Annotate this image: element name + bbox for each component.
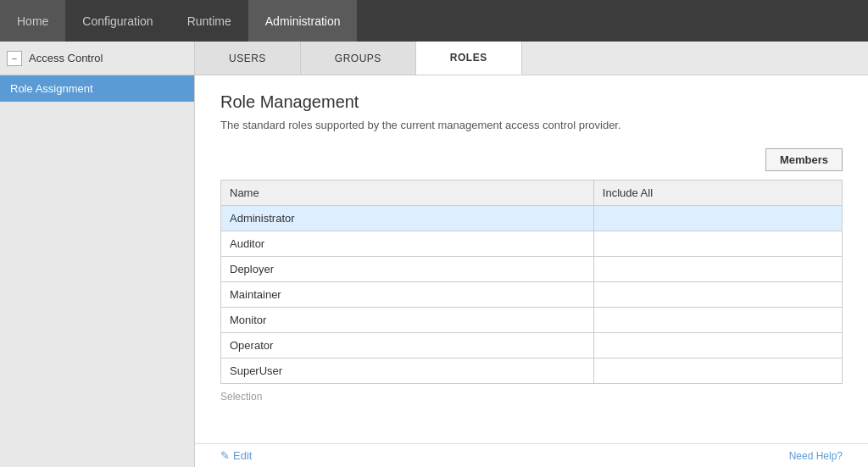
main-layout: − Access Control Role Assignment USERS G…	[0, 42, 868, 467]
nav-item-administration[interactable]: Administration	[248, 0, 358, 42]
role-table: Name Include All AdministratorAuditorDep…	[220, 180, 843, 384]
table-row[interactable]: Operator	[221, 333, 843, 359]
need-help-link[interactable]: Need Help?	[789, 450, 843, 462]
table-row[interactable]: Administrator	[221, 206, 843, 231]
page-description: The standard roles supported by the curr…	[220, 119, 843, 131]
role-include-cell	[593, 359, 842, 384]
role-name-cell: Monitor	[221, 308, 594, 333]
role-name-cell: SuperUser	[221, 359, 594, 384]
main-content: USERS GROUPS ROLES Role Management The s…	[195, 42, 868, 467]
sidebar-collapse-button[interactable]: −	[7, 51, 22, 66]
tab-groups[interactable]: GROUPS	[301, 42, 416, 75]
nav-item-configuration[interactable]: Configuration	[65, 0, 170, 42]
sidebar-item-role-assignment[interactable]: Role Assignment	[0, 75, 194, 102]
role-include-cell	[593, 257, 842, 282]
nav-item-home[interactable]: Home	[0, 0, 65, 42]
content-area: Role Management The standard roles suppo…	[195, 75, 868, 443]
members-button[interactable]: Members	[765, 148, 843, 171]
selection-label: Selection	[220, 391, 843, 403]
sidebar: − Access Control Role Assignment	[0, 42, 195, 467]
edit-icon: ✎	[220, 449, 230, 462]
members-btn-row: Members	[220, 148, 843, 171]
role-include-cell	[593, 206, 842, 231]
edit-link[interactable]: ✎ Edit	[220, 449, 252, 462]
role-name-cell: Administrator	[221, 206, 594, 231]
table-row[interactable]: SuperUser	[221, 359, 843, 384]
sidebar-header: − Access Control	[0, 42, 194, 75]
role-name-cell: Maintainer	[221, 282, 594, 308]
role-include-cell	[593, 308, 842, 333]
table-row[interactable]: Auditor	[221, 231, 843, 257]
footer-area: ✎ Edit Need Help?	[195, 443, 868, 467]
column-header-include-all: Include All	[593, 181, 842, 206]
top-nav: Home Configuration Runtime Administratio…	[0, 0, 868, 42]
role-name-cell: Deployer	[221, 257, 594, 282]
table-row[interactable]: Monitor	[221, 308, 843, 333]
sidebar-header-label: Access Control	[29, 52, 103, 64]
tab-users[interactable]: USERS	[195, 42, 301, 75]
page-title: Role Management	[220, 92, 843, 112]
role-include-cell	[593, 333, 842, 359]
table-header-row: Name Include All	[221, 181, 843, 206]
table-row[interactable]: Maintainer	[221, 282, 843, 308]
column-header-name: Name	[221, 181, 594, 206]
edit-label[interactable]: Edit	[233, 449, 252, 462]
role-include-cell	[593, 282, 842, 308]
role-name-cell: Operator	[221, 333, 594, 359]
tab-roles[interactable]: ROLES	[416, 42, 522, 75]
role-name-cell: Auditor	[221, 231, 594, 257]
nav-item-runtime[interactable]: Runtime	[170, 0, 248, 42]
role-include-cell	[593, 231, 842, 257]
tabs-bar: USERS GROUPS ROLES	[195, 42, 868, 75]
table-row[interactable]: Deployer	[221, 257, 843, 282]
